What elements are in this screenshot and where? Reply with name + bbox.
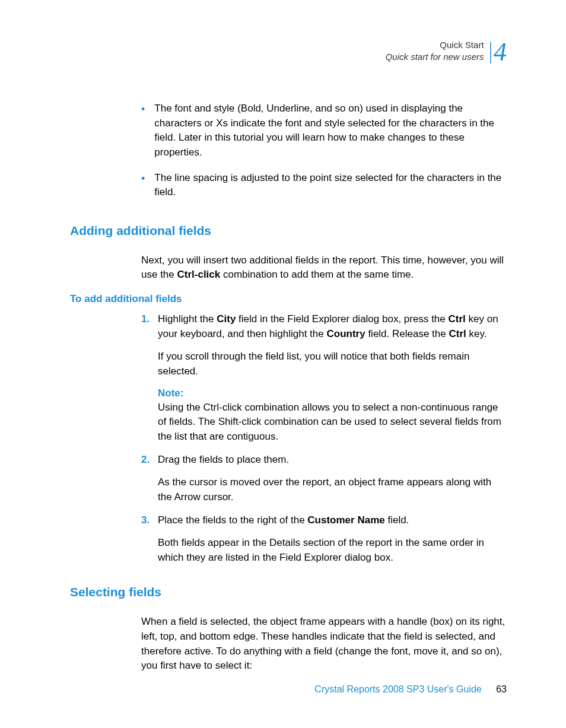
step-item: 3. Place the fields to the right of the … (141, 513, 507, 528)
text: field. Release the (365, 328, 449, 339)
bullet-item: • The line spacing is adjusted to the po… (141, 171, 507, 200)
step-body: Place the fields to the right of the Cus… (158, 513, 507, 528)
bullet-text: The font and style (Bold, Underline, and… (154, 101, 507, 160)
sub-paragraph: If you scroll through the field list, yo… (158, 349, 507, 379)
note-label: Note: (158, 387, 507, 399)
header-subsection: Quick start for new users (386, 52, 484, 62)
paragraph: Next, you will insert two additional fie… (141, 253, 507, 282)
page: Quick Start Quick start for new users 4 … (0, 0, 566, 728)
step-item: 2. Drag the fields to place them. (141, 453, 507, 468)
footer-page-number: 63 (496, 684, 507, 694)
content: • The font and style (Bold, Underline, a… (59, 101, 507, 673)
step-number: 2. (141, 453, 158, 468)
bold-text: Ctrl-click (177, 269, 221, 280)
bold-text: Ctrl (449, 328, 466, 339)
page-header: Quick Start Quick start for new users 4 (59, 36, 507, 66)
header-section: Quick Start (440, 40, 484, 50)
bold-text: Customer Name (307, 514, 384, 526)
bullet-list: • The font and style (Bold, Underline, a… (141, 101, 507, 200)
step-body: Drag the fields to place them. (158, 453, 507, 468)
text: Place the fields to the right of the (158, 514, 307, 526)
bold-text: Country (326, 328, 365, 339)
section-heading: Adding additional fields (70, 224, 507, 238)
header-text: Quick Start Quick start for new users (386, 39, 484, 62)
bullet-icon: • (141, 101, 145, 160)
text: key. (466, 328, 487, 339)
bold-text: City (217, 313, 236, 325)
step-item: 1. Highlight the City field in the Field… (141, 312, 507, 341)
chapter-number: 4 (490, 37, 507, 67)
bullet-item: • The font and style (Bold, Underline, a… (141, 101, 507, 160)
text: field. (385, 514, 409, 526)
section-heading: Selecting fields (70, 585, 507, 599)
bold-text: Ctrl (449, 313, 466, 325)
paragraph: When a field is selected, the object fra… (141, 615, 507, 673)
bullet-text: The line spacing is adjusted to the poin… (154, 171, 507, 200)
sub-paragraph: Both fields appear in the Details sectio… (158, 536, 507, 565)
step-number: 3. (141, 513, 158, 528)
subsection-heading: To add additional fields (70, 293, 507, 305)
text: field in the Field Explorer dialog box, … (236, 313, 448, 325)
step-number: 1. (141, 312, 158, 341)
bullet-icon: • (141, 171, 145, 200)
text: combination to add them at the same time… (220, 269, 414, 280)
footer-title: Crystal Reports 2008 SP3 User's Guide (314, 684, 481, 694)
note-text: Using the Ctrl-click combination allows … (158, 400, 507, 444)
step-body: Highlight the City field in the Field Ex… (158, 312, 507, 341)
page-footer: Crystal Reports 2008 SP3 User's Guide 63 (314, 684, 507, 695)
sub-paragraph: As the cursor is moved over the report, … (158, 475, 507, 504)
text: Highlight the (158, 313, 217, 325)
